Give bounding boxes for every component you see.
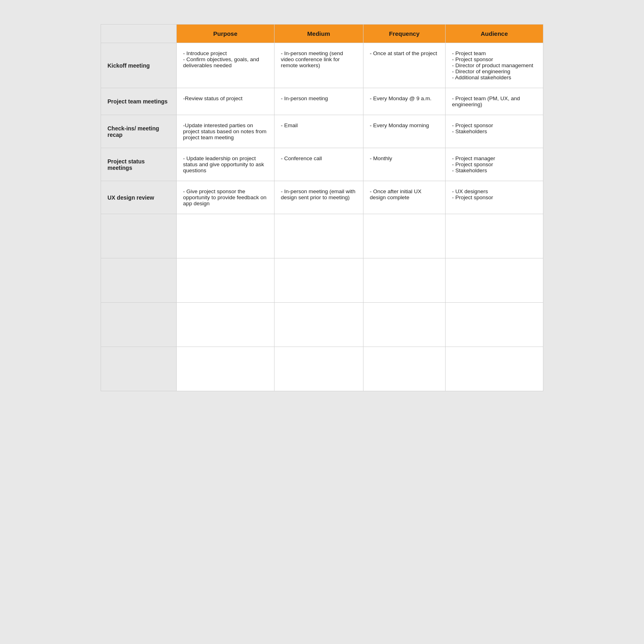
row-name-cell: Kickoff meeting	[101, 43, 177, 88]
empty-cell	[101, 347, 177, 391]
row-purpose-cell: -Review status of project	[176, 88, 274, 115]
empty-cell	[274, 214, 363, 258]
empty-cell	[445, 303, 543, 347]
table-row: UX design review- Give project sponsor t…	[101, 181, 543, 214]
empty-cell	[101, 303, 177, 347]
empty-cell	[445, 258, 543, 303]
empty-cell	[101, 258, 177, 303]
row-audience-cell: - Project team (PM, UX, and engineering)	[445, 88, 543, 115]
empty-cell	[363, 214, 445, 258]
table-row: Project status meetings- Update leadersh…	[101, 148, 543, 181]
empty-cell	[274, 303, 363, 347]
header-medium: Medium	[274, 25, 363, 43]
table-row: Check-ins/ meeting recap-Update interest…	[101, 115, 543, 148]
empty-cell	[176, 347, 274, 391]
row-frequency-cell: - Every Monday morning	[363, 115, 445, 148]
row-name-cell: Check-ins/ meeting recap	[101, 115, 177, 148]
row-frequency-cell: - Once at start of the project	[363, 43, 445, 88]
header-frequency: Frequency	[363, 25, 445, 43]
row-name-cell: Project team meetings	[101, 88, 177, 115]
empty-cell	[274, 347, 363, 391]
empty-cell	[176, 303, 274, 347]
row-medium-cell: - In-person meeting (email with design s…	[274, 181, 363, 214]
empty-cell	[101, 214, 177, 258]
empty-cell	[363, 347, 445, 391]
header-purpose: Purpose	[176, 25, 274, 43]
row-medium-cell: - Conference call	[274, 148, 363, 181]
header-col0	[101, 25, 177, 43]
communication-plan-table: Purpose Medium Frequency Audience Kickof…	[101, 24, 543, 391]
row-name-cell: UX design review	[101, 181, 177, 214]
row-purpose-cell: - Update leadership on project status an…	[176, 148, 274, 181]
empty-cell	[363, 303, 445, 347]
empty-cell	[274, 258, 363, 303]
row-audience-cell: - Project manager - Project sponsor - St…	[445, 148, 543, 181]
row-medium-cell: - In-person meeting (send video conferen…	[274, 43, 363, 88]
empty-row	[101, 303, 543, 347]
empty-row	[101, 258, 543, 303]
empty-cell	[445, 347, 543, 391]
row-purpose-cell: - Give project sponsor the opportunity t…	[176, 181, 274, 214]
row-frequency-cell: - Every Monday @ 9 a.m.	[363, 88, 445, 115]
table-row: Kickoff meeting- Introduce project - Con…	[101, 43, 543, 88]
empty-cell	[445, 214, 543, 258]
empty-cell	[176, 214, 274, 258]
row-audience-cell: - Project sponsor - Stakeholders	[445, 115, 543, 148]
empty-cell	[176, 258, 274, 303]
row-frequency-cell: - Monthly	[363, 148, 445, 181]
row-frequency-cell: - Once after initial UX design complete	[363, 181, 445, 214]
row-medium-cell: - In-person meeting	[274, 88, 363, 115]
row-purpose-cell: - Introduce project - Confirm objectives…	[176, 43, 274, 88]
row-purpose-cell: -Update interested parties on project st…	[176, 115, 274, 148]
empty-cell	[363, 258, 445, 303]
row-name-cell: Project status meetings	[101, 148, 177, 181]
empty-row	[101, 214, 543, 258]
row-audience-cell: - UX designers - Project sponsor	[445, 181, 543, 214]
row-medium-cell: - Email	[274, 115, 363, 148]
row-audience-cell: - Project team - Project sponsor - Direc…	[445, 43, 543, 88]
table-row: Project team meetings-Review status of p…	[101, 88, 543, 115]
header-audience: Audience	[445, 25, 543, 43]
empty-row	[101, 347, 543, 391]
